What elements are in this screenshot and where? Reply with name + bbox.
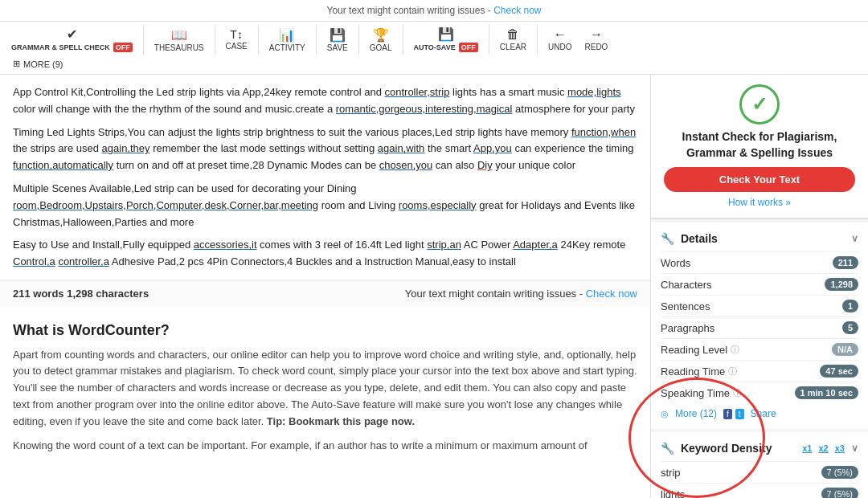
- undo-btn[interactable]: ← UNDO: [543, 26, 576, 53]
- detail-row-speaking-time: Speaking Time ⓘ 1 min 10 sec: [661, 382, 858, 403]
- toolbar-divider-5: [358, 25, 359, 54]
- word-count-bar: 211 words 1,298 characters Your text mig…: [0, 280, 650, 306]
- keyword-row-strip: strip 7 (5%): [661, 461, 858, 483]
- redo-label: REDO: [585, 43, 608, 51]
- goal-btn[interactable]: 🏆 GOAL: [365, 26, 397, 54]
- speaking-time-label: Speaking Time: [661, 387, 730, 399]
- autosave-icon: 💾: [438, 27, 454, 42]
- underline-phrase-3: again,they: [102, 142, 150, 154]
- detail-row-paragraphs: Paragraphs 5: [661, 316, 858, 338]
- editor-paragraph-1: App Control Kit,Controlling the Led stri…: [13, 84, 637, 118]
- more-links: ◎ More (12) f t Share: [661, 403, 858, 422]
- grammar-spell-check-btn[interactable]: ✔ GRAMMAR & SPELL CHECK OFF: [6, 25, 137, 54]
- redo-btn[interactable]: → REDO: [580, 26, 613, 53]
- main-layout: App Control Kit,Controlling the Led stri…: [0, 75, 868, 498]
- underline-phrase-10: accessories,it: [194, 239, 257, 251]
- editor-paragraph-2: Timing Led Lights Strips,You can adjust …: [13, 124, 637, 174]
- autosave-label: AUTO-SAVE: [414, 43, 456, 51]
- underline-phrase-14: controller,a: [58, 255, 109, 267]
- keyword-header: 🔧 Keyword Density x1 x2 x3 ∨: [661, 439, 858, 461]
- writing-issues-bar: Your text might contain writing issues -…: [405, 288, 637, 300]
- reading-time-badge: 47 sec: [820, 365, 858, 378]
- right-panel: ✓ Instant Check for Plagiarism, Grammar …: [651, 75, 868, 498]
- sentences-label: Sentences: [661, 300, 710, 312]
- twitter-icon[interactable]: t: [735, 409, 744, 419]
- more-link[interactable]: More (12): [675, 408, 717, 419]
- keyword-count-lights: 7 (5%): [821, 488, 858, 498]
- redo-icon: →: [590, 27, 603, 42]
- underline-phrase-8: room,Bedroom,Upstairs,Porch,Computer,des…: [13, 199, 318, 211]
- clear-label: CLEAR: [500, 43, 526, 51]
- underline-word-diy: Diy: [477, 159, 493, 171]
- toolbar-divider-3: [258, 25, 259, 54]
- undo-label: UNDO: [548, 43, 571, 51]
- sentences-badge: 1: [842, 300, 858, 312]
- keyword-chevron[interactable]: ∨: [851, 443, 858, 454]
- save-label: SAVE: [327, 43, 348, 52]
- case-icon: T↕: [230, 28, 243, 41]
- writing-issues-text: Your text might contain writing issues -: [405, 288, 586, 300]
- speaking-time-info-icon[interactable]: ⓘ: [733, 387, 742, 399]
- editor-paragraph-3: Multiple Scenes Available,Led strip can …: [13, 181, 637, 231]
- underline-phrase-7: chosen,you: [379, 159, 433, 171]
- plagiarism-box: ✓ Instant Check for Plagiarism, Grammar …: [651, 75, 868, 219]
- clear-btn[interactable]: 🗑 CLEAR: [495, 26, 531, 53]
- toolbar-divider-8: [537, 25, 538, 54]
- toolbar-divider-2: [215, 25, 215, 54]
- reading-level-badge: N/A: [832, 343, 858, 356]
- facebook-icon[interactable]: f: [723, 409, 732, 419]
- editor-area[interactable]: App Control Kit,Controlling the Led stri…: [0, 75, 650, 280]
- characters-badge: 1,298: [825, 278, 858, 291]
- activity-btn[interactable]: 📊 ACTIVITY: [264, 26, 310, 54]
- underline-word-1: controller,strip: [384, 86, 449, 98]
- reading-level-info-icon[interactable]: ⓘ: [731, 344, 739, 356]
- reading-time-label: Reading Time: [661, 365, 725, 378]
- toolbar-row2: ⊞ MORE (9): [6, 57, 862, 71]
- activity-icon: 📊: [279, 27, 295, 43]
- words-badge: 211: [833, 256, 858, 269]
- keyword-tab-x3[interactable]: x3: [835, 443, 845, 453]
- underline-phrase-6: function,automatically: [13, 159, 113, 171]
- characters-label: Characters: [661, 279, 712, 291]
- details-chevron[interactable]: ∨: [851, 233, 858, 244]
- how-it-works-link[interactable]: How it works »: [664, 197, 855, 208]
- writing-issues-link[interactable]: Check now: [586, 288, 637, 300]
- underline-phrase-2: function,when: [571, 126, 636, 138]
- case-label: CASE: [226, 42, 248, 51]
- autosave-btn[interactable]: 💾 AUTO-SAVE OFF: [409, 25, 483, 54]
- checkmark-icon: ✔: [67, 27, 77, 42]
- goal-icon: 🏆: [373, 27, 389, 43]
- paragraphs-badge: 5: [842, 321, 858, 334]
- words-label: Words: [661, 257, 690, 269]
- underline-phrase-13: Control,a: [13, 255, 55, 267]
- editor-paragraph-4: Easy to Use and Install,Fully equipped a…: [13, 237, 637, 271]
- underline-word-2: mode,lights: [567, 86, 620, 98]
- detail-row-sentences: Sentences 1: [661, 295, 858, 316]
- activity-label: ACTIVITY: [269, 43, 305, 52]
- book-icon: 📖: [171, 27, 187, 43]
- left-panel: App Control Kit,Controlling the Led stri…: [0, 75, 651, 498]
- check-text-button[interactable]: Check Your Text: [664, 167, 855, 192]
- toolbar: ✔ GRAMMAR & SPELL CHECK OFF 📖 THESAURUS …: [0, 22, 868, 75]
- more-btn[interactable]: ⊞ MORE (9): [6, 57, 70, 71]
- detail-row-reading-time: Reading Time ⓘ 47 sec: [661, 360, 858, 382]
- keyword-tab-x1[interactable]: x1: [802, 443, 812, 453]
- underline-phrase-5: App,you: [473, 142, 512, 154]
- case-btn[interactable]: T↕ CASE: [221, 27, 252, 52]
- underline-phrase-1: romantic,gorgeous,interesting,magical: [336, 103, 513, 115]
- thesaurus-label: THESAURUS: [154, 43, 204, 52]
- social-icons: f t: [723, 409, 744, 419]
- bottom-para-2: Knowing the word count of a text can be …: [13, 438, 637, 455]
- thesaurus-btn[interactable]: 📖 THESAURUS: [149, 26, 209, 54]
- keyword-word-strip: strip: [661, 467, 681, 479]
- grammar-off-badge: OFF: [113, 43, 133, 52]
- keyword-word-lights: lights: [661, 488, 685, 498]
- keyword-tab-x2[interactable]: x2: [819, 443, 829, 453]
- save-icon: 💾: [330, 27, 346, 43]
- banner-link[interactable]: Check now: [493, 5, 541, 16]
- clear-icon: 🗑: [506, 27, 519, 42]
- reading-time-info-icon[interactable]: ⓘ: [728, 365, 737, 378]
- share-label[interactable]: Share: [751, 408, 776, 419]
- save-btn[interactable]: 💾 SAVE: [322, 26, 353, 54]
- keyword-wrench-icon: 🔧: [661, 442, 674, 455]
